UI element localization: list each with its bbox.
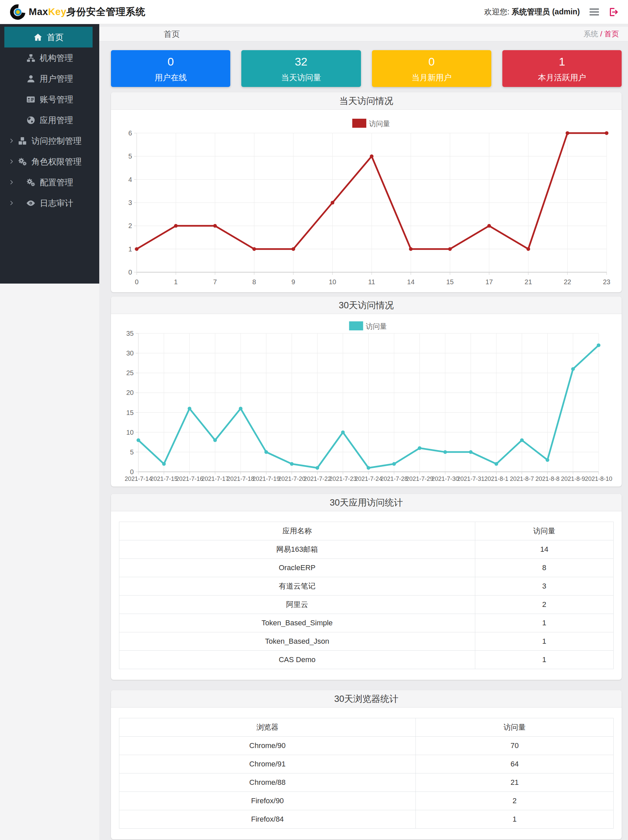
sidebar-item-label: 首页 — [47, 32, 63, 43]
table-row: Chrome/9070 — [119, 737, 614, 755]
cubes-icon — [18, 136, 27, 145]
sidebar-nav: 首页机构管理用户管理账号管理应用管理访问控制管理角色权限管理配置管理日志审计 — [0, 24, 99, 284]
x-axis-label: 2021-7-24 — [355, 475, 382, 482]
brand-suffix: 身份安全管理系统 — [66, 6, 145, 17]
data-point — [174, 224, 178, 228]
data-point — [137, 438, 140, 442]
x-axis-label: 22 — [564, 278, 571, 286]
y-axis-label: 35 — [126, 330, 134, 337]
x-axis-label: 2021-8-10 — [585, 475, 612, 482]
cogs-icon — [26, 178, 35, 187]
data-point — [597, 343, 601, 347]
table-cell: 网易163邮箱 — [119, 540, 475, 559]
x-axis-label: 11 — [368, 278, 375, 286]
column-header: 应用名称 — [119, 522, 475, 540]
table-row: Chrome/8821 — [119, 774, 614, 792]
y-axis-label: 20 — [126, 389, 134, 396]
data-point — [526, 247, 530, 251]
x-axis-label: 1 — [174, 278, 178, 286]
sidebar-item-label: 访问控制管理 — [31, 136, 82, 147]
y-axis-label: 1 — [128, 245, 132, 253]
stat-card-0: 0用户在线 — [111, 50, 230, 87]
data-point — [315, 466, 319, 470]
data-point — [367, 466, 370, 470]
data-point — [487, 224, 491, 228]
menu-toggle-button[interactable] — [589, 8, 599, 16]
chevron-right-icon — [9, 159, 14, 164]
sidebar-item-label: 用户管理 — [40, 73, 73, 84]
navbar-brand[interactable]: MaxKey身份安全管理系统 — [10, 4, 145, 20]
data-point — [291, 247, 295, 251]
sidebar-item-org[interactable]: 机构管理 — [0, 47, 99, 68]
x-axis-label: 14 — [407, 278, 414, 286]
legend-swatch — [349, 321, 363, 330]
brand-max: Max — [29, 6, 48, 17]
y-axis-label: 10 — [126, 429, 134, 436]
legend-label: 访问量 — [369, 120, 390, 127]
table-cell: Token_Based_Simple — [119, 614, 475, 632]
x-axis-label: 17 — [485, 278, 493, 286]
table-cell: Token_Based_Json — [119, 632, 475, 651]
breadcrumb-root-link[interactable]: 系统 — [584, 30, 598, 38]
table-cell: 70 — [416, 737, 614, 755]
table-cell: 3 — [475, 577, 613, 595]
app-visits-panel: 30天应用访问统计 应用名称访问量网易163邮箱14OracleERP8有道云笔… — [111, 494, 622, 680]
table-header-row: 应用名称访问量 — [119, 522, 614, 540]
x-axis-label: 15 — [446, 278, 453, 286]
x-axis-label: 2021-7-22 — [304, 475, 331, 482]
breadcrumb-separator: / — [600, 30, 602, 38]
sidebar-item-home[interactable]: 首页 — [4, 27, 93, 47]
sidebar-item-label: 账号管理 — [40, 94, 73, 105]
y-axis-label: 0 — [128, 268, 132, 276]
table-cell: 14 — [475, 540, 613, 559]
table-cell: Chrome/88 — [119, 774, 416, 792]
data-point — [418, 447, 422, 450]
table-cell: CAS Demo — [119, 651, 475, 669]
legend-label: 访问量 — [366, 322, 387, 330]
table-cell: Firefox/84 — [119, 810, 416, 829]
welcome-prefix: 欢迎您: — [484, 7, 509, 16]
sidebar-item-roles[interactable]: 角色权限管理 — [0, 151, 99, 172]
sidebar-item-accounts[interactable]: 账号管理 — [0, 89, 99, 110]
y-axis-label: 0 — [130, 468, 134, 475]
data-point — [239, 407, 242, 410]
brand-key: Key — [48, 6, 66, 17]
data-point — [392, 462, 396, 466]
data-point — [162, 462, 166, 466]
x-axis-label: 2021-7-23 — [329, 475, 357, 482]
breadcrumb-current-link[interactable]: 首页 — [604, 30, 619, 38]
top-navbar: MaxKey身份安全管理系统 欢迎您: 系统管理员 (admin) — [0, 0, 628, 24]
y-axis-label: 15 — [126, 409, 134, 416]
stat-label: 本月活跃用户 — [502, 72, 622, 83]
page-title: 首页 — [164, 29, 180, 39]
data-point — [370, 155, 374, 158]
data-point — [565, 131, 569, 135]
sidebar-item-access-control[interactable]: 访问控制管理 — [0, 130, 99, 151]
sidebar-item-users[interactable]: 用户管理 — [0, 68, 99, 89]
x-axis-label: 2021-7-18 — [227, 475, 254, 482]
panel-title: 30天浏览器统计 — [111, 690, 622, 707]
x-axis-label: 2021-7-16 — [176, 475, 203, 482]
table-row: 网易163邮箱14 — [119, 540, 614, 559]
y-axis-label: 5 — [130, 448, 134, 456]
sidebar-item-audit[interactable]: 日志审计 — [0, 193, 99, 213]
table-cell: 64 — [416, 755, 614, 774]
data-point — [448, 247, 452, 251]
table-row: Firefox/841 — [119, 810, 614, 829]
panel-title: 当天访问情况 — [111, 92, 622, 110]
stat-value: 0 — [111, 55, 230, 68]
id-card-icon — [26, 95, 35, 104]
today-visits-panel: 当天访问情况 0123456017891011141517212223访问量 — [111, 92, 622, 292]
main-content: 首页 系统 / 首页 0用户在线32当天访问量0当月新用户1本月活跃用户 当天访… — [99, 24, 628, 840]
y-axis-label: 6 — [128, 129, 132, 137]
sidebar-item-label: 日志审计 — [40, 197, 73, 208]
sitemap-icon — [27, 54, 35, 63]
table-row: Token_Based_Json1 — [119, 632, 614, 651]
browser-stats-table: 浏览器访问量Chrome/9070Chrome/9164Chrome/8821F… — [119, 718, 614, 829]
x-axis-label: 21 — [525, 278, 532, 286]
data-point — [290, 462, 294, 466]
sidebar-item-config[interactable]: 配置管理 — [0, 172, 99, 193]
logout-button[interactable] — [609, 7, 619, 17]
column-header: 访问量 — [416, 718, 614, 737]
sidebar-item-apps[interactable]: 应用管理 — [0, 110, 99, 130]
